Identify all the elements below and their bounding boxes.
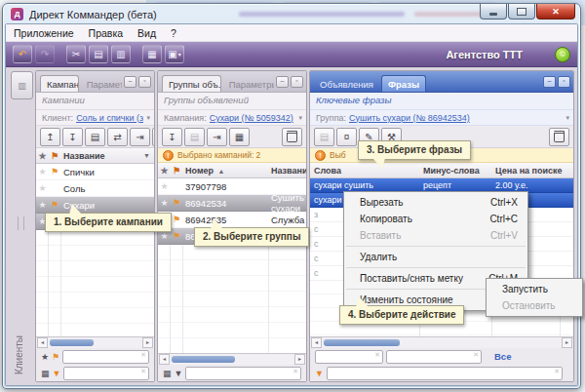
tab-ads[interactable]: Объявления xyxy=(314,76,379,92)
star-icon[interactable]: ★ xyxy=(36,167,49,176)
panel-maximize-button[interactable]: ▫ xyxy=(558,76,570,88)
tab-group-parameters[interactable]: Параметры xyxy=(223,76,274,92)
campaign-search-input[interactable]: ✕ xyxy=(63,367,149,380)
chevron-down-icon[interactable]: ▾ xyxy=(566,114,569,122)
clear-icon[interactable]: ✕ xyxy=(374,351,380,359)
menu-item-delete[interactable]: Удалить xyxy=(344,249,527,265)
star-icon[interactable]: ★ xyxy=(158,181,171,191)
import-button[interactable]: ⇥ xyxy=(130,128,150,146)
number-column-header[interactable]: Номер ▲ xyxy=(182,166,268,176)
user-status-icon[interactable]: ☺ xyxy=(555,47,570,62)
copy-button[interactable]: ▤ xyxy=(89,45,108,63)
words-filter-input[interactable]: ✕ xyxy=(315,350,383,364)
new-group-button[interactable]: ▤ xyxy=(184,128,205,146)
clients-strip-label[interactable]: Клиенты xyxy=(14,335,24,374)
flag-filter-icon[interactable]: ⚑ xyxy=(52,352,59,362)
minimize-button[interactable] xyxy=(480,4,507,20)
export-button[interactable]: ⇤ xyxy=(152,128,155,146)
get-from-server-button[interactable]: ↧ xyxy=(62,128,83,146)
tab-campaigns[interactable]: Кампании xyxy=(40,75,79,92)
star-filter-icon[interactable]: ★ xyxy=(41,352,49,362)
delete-button[interactable]: ▦ xyxy=(142,45,162,63)
star-icon[interactable]: ★ xyxy=(36,183,49,193)
title-bar[interactable]: Д Директ Коммандер (бета) ✕ xyxy=(5,6,578,23)
clear-icon[interactable]: ✕ xyxy=(554,368,560,375)
get-from-server-button[interactable]: ↧ xyxy=(162,128,182,146)
campaign-row[interactable]: ★ ⚑ Спички xyxy=(36,164,154,180)
group-link[interactable]: Сушить сухари (№ 86942534) xyxy=(349,113,470,123)
menu-edit[interactable]: Правка xyxy=(89,27,123,39)
groups-hscrollbar[interactable]: ◂ ▸ xyxy=(158,353,306,365)
new-phrase-button[interactable]: ▤ xyxy=(314,128,334,146)
tab-groups[interactable]: Группы объ... xyxy=(162,75,221,92)
clear-icon[interactable]: ✕ xyxy=(140,368,146,375)
redo-button[interactable]: ↷ xyxy=(35,45,55,63)
grid-icon[interactable]: ▦ xyxy=(41,369,50,378)
splitter-handle[interactable] xyxy=(18,216,24,230)
export-button[interactable]: ⇥ xyxy=(207,128,227,146)
campaign-row[interactable]: ★ Соль xyxy=(36,180,154,197)
price-column-header[interactable]: Цена на поиске xyxy=(491,166,560,176)
submenu-item-start[interactable]: Запустить xyxy=(487,281,582,297)
phrase-search-input[interactable]: ✕ xyxy=(327,367,563,380)
show-all-link[interactable]: Все xyxy=(494,351,511,362)
menu-view[interactable]: Вид xyxy=(137,27,156,39)
minus-words-column-header[interactable]: Минус-слова xyxy=(419,166,491,176)
flag-column-icon[interactable]: ⚑ xyxy=(171,166,182,176)
chevron-down-icon[interactable]: ▾ xyxy=(146,114,150,122)
menu-item-cut[interactable]: ВырезатьCtrl+X xyxy=(344,194,527,211)
find-replace-button[interactable]: ⇄ xyxy=(107,128,128,146)
flag-icon[interactable]: ⚑ xyxy=(171,231,182,241)
clear-icon[interactable]: ✕ xyxy=(292,368,298,375)
clients-collapsed-tab[interactable]: ▥ xyxy=(11,71,33,99)
star-icon[interactable]: ★ xyxy=(158,198,171,208)
panel-minimize-button[interactable]: – xyxy=(543,76,556,88)
client-link[interactable]: Соль и спички (заб... xyxy=(76,113,143,123)
view-mode-button[interactable]: ▣▾ xyxy=(165,45,184,63)
tab-campaign-parameters[interactable]: Параметр... xyxy=(81,76,122,92)
clear-icon[interactable]: ✕ xyxy=(140,351,146,359)
group-search-input[interactable]: ✕ xyxy=(185,367,301,380)
group-row[interactable]: ★ ⚑ 86942535 Служба xyxy=(158,212,306,228)
words-column-header[interactable]: Слова xyxy=(310,166,419,176)
flag-column-icon[interactable]: ⚑ xyxy=(49,151,60,161)
menu-application[interactable]: Приложение xyxy=(14,27,74,39)
funnel-icon[interactable]: ▼ xyxy=(315,369,324,378)
star-column-icon[interactable]: ★ xyxy=(36,151,49,161)
grid-icon[interactable]: ▦ xyxy=(163,369,172,378)
clear-icon[interactable]: ✕ xyxy=(473,351,479,359)
name-column-header[interactable]: Название xyxy=(60,151,154,161)
submenu-item-stop[interactable]: Остановить xyxy=(487,297,582,314)
panel-minimize-button[interactable]: – xyxy=(124,76,136,88)
group-row-selected[interactable]: ★ ⚑ 86942534 Сушить сухари xyxy=(158,195,306,212)
send-to-server-button[interactable]: ↥ xyxy=(40,128,60,146)
flag-icon[interactable]: ⚑ xyxy=(49,167,60,176)
flag-icon[interactable]: ⚑ xyxy=(49,200,60,210)
menu-item-paste[interactable]: ВставитьCtrl+V xyxy=(344,227,527,244)
campaign-link[interactable]: Сухари (№ 5059342) xyxy=(210,113,293,123)
scroll-right-icon[interactable]: ▸ xyxy=(294,354,305,365)
undo-button[interactable]: ↶ xyxy=(13,45,32,63)
menu-help[interactable]: ? xyxy=(171,27,176,39)
scroll-left-icon[interactable]: ◂ xyxy=(311,337,322,348)
scroll-right-icon[interactable]: ▸ xyxy=(562,337,572,348)
phrases-hscrollbar[interactable]: ◂ ▸ xyxy=(310,336,573,348)
campaign-row-selected[interactable]: ★ ⚑ Сухари xyxy=(36,197,154,214)
paste-button[interactable]: ▥ xyxy=(111,45,131,63)
tab-phrases[interactable]: Фразы xyxy=(381,75,426,92)
campaign-name-filter-input[interactable]: ✕ xyxy=(62,350,149,364)
table-view-button[interactable]: ▦ xyxy=(229,128,250,146)
panel-maximize-button[interactable]: ▫ xyxy=(138,76,151,88)
delete-button[interactable] xyxy=(549,128,569,146)
scroll-right-icon[interactable]: ▸ xyxy=(142,337,153,348)
menu-item-copy[interactable]: КопироватьCtrl+C xyxy=(344,211,527,227)
sort-desc-icon[interactable]: ▼ xyxy=(143,152,150,159)
name-column-header[interactable]: Название xyxy=(268,166,306,176)
scroll-thumb[interactable] xyxy=(324,339,400,346)
minus-words-filter-input[interactable]: ✕ xyxy=(386,350,482,364)
flag-icon[interactable]: ⚑ xyxy=(171,215,182,224)
cut-button[interactable]: ✂ xyxy=(66,45,86,63)
flag-icon[interactable]: ⚑ xyxy=(171,198,182,208)
scroll-thumb[interactable] xyxy=(172,356,235,363)
scroll-left-icon[interactable]: ◂ xyxy=(37,337,48,348)
